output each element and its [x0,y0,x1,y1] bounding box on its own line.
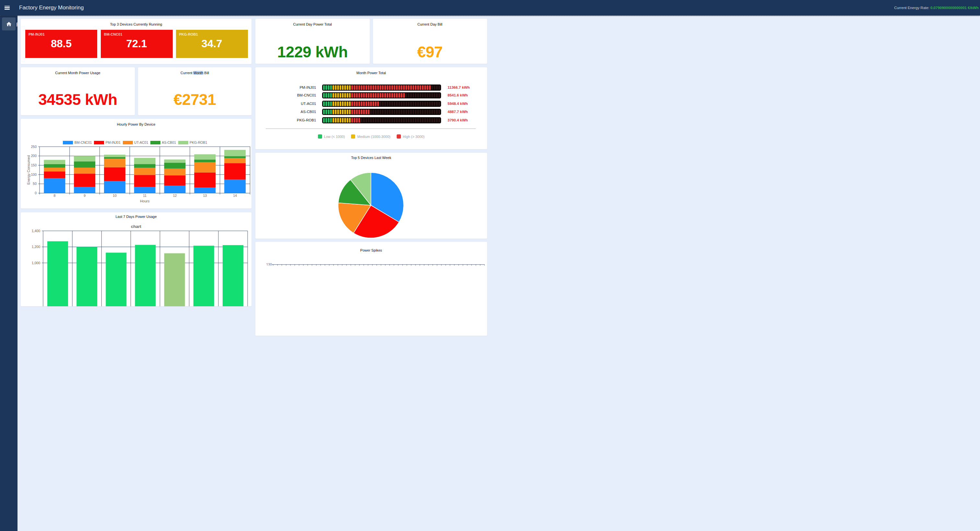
svg-text:14: 14 [233,193,237,198]
svg-text:Energy Consumed: Energy Consumed [27,155,30,185]
svg-text:13: 13 [203,193,207,198]
svg-text:0: 0 [35,191,37,195]
svg-text:200: 200 [31,154,37,158]
svg-text:250: 250 [31,145,37,149]
svg-text:50: 50 [33,182,37,185]
svg-text:130: 130 [266,263,272,265]
svg-text:Hours: Hours [140,199,150,203]
svg-text:10: 10 [113,193,117,198]
svg-text:150: 150 [31,163,37,167]
svg-text:1,000: 1,000 [32,261,40,265]
svg-text:100: 100 [31,173,37,176]
svg-text:11: 11 [143,193,146,198]
svg-text:1,400: 1,400 [32,229,40,233]
svg-text:1,200: 1,200 [32,245,40,249]
svg-text:9: 9 [84,193,86,198]
svg-text:12: 12 [173,193,177,198]
svg-text:8: 8 [54,193,56,198]
